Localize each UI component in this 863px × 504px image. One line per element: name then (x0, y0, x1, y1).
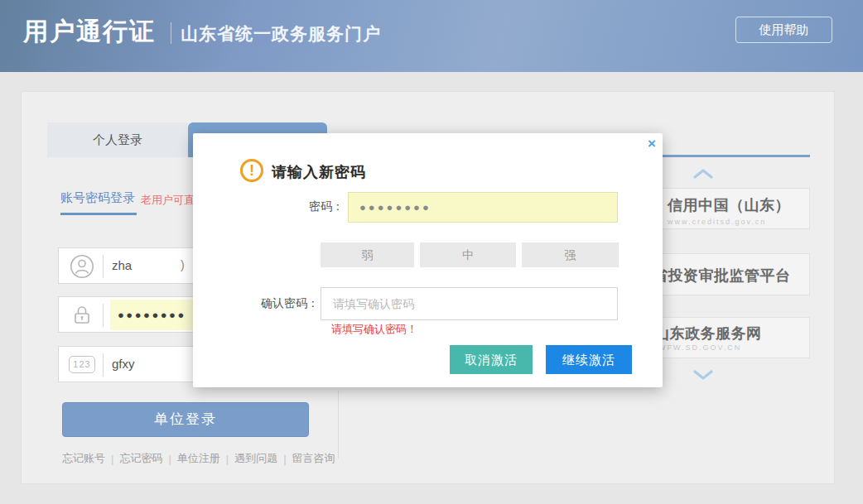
username-value: zha (112, 258, 132, 272)
warning-icon: ! (240, 159, 263, 182)
card-title: 省投资审批监管平台 (653, 266, 791, 286)
link-forgot-password[interactable]: 忘记密码 (119, 451, 162, 466)
lock-icon (70, 303, 94, 328)
close-icon[interactable]: × (648, 136, 656, 152)
user-icon (70, 254, 94, 279)
brand-title: 用户通行证 (23, 15, 156, 49)
login-method-tab[interactable]: 账号密码登录 (60, 190, 135, 206)
username-suffix: ) (181, 258, 185, 271)
confirm-password-label: 确认密码： (226, 296, 319, 311)
new-password-input[interactable] (348, 192, 618, 223)
captcha-value: gfxy (112, 357, 135, 371)
captcha-icon: 123 (69, 356, 95, 373)
card-url: www.creditsd.gov.cn (668, 218, 766, 226)
chevron-down-icon[interactable] (692, 369, 714, 381)
card-title: 山东政务服务网 (654, 324, 762, 343)
brand-divider (171, 22, 171, 44)
username-redaction (137, 256, 184, 276)
new-password-modal: × ! 请输入新密码 密码： 弱 中 强 确认密码： 请填写确认密码！ 取消激活… (193, 133, 663, 387)
link-separator: | (226, 453, 229, 465)
vertical-divider (338, 391, 339, 458)
link-unit-register[interactable]: 单位注册 (177, 451, 220, 466)
confirm-error-text: 请填写确认密码！ (331, 322, 417, 337)
link-problem[interactable]: 遇到问题 (234, 451, 277, 466)
field-divider (103, 255, 104, 278)
chevron-up-icon[interactable] (692, 168, 714, 180)
tab-personal-login[interactable]: 个人登录 (47, 122, 188, 157)
strength-weak: 弱 (321, 242, 414, 267)
link-separator: | (283, 453, 286, 465)
field-divider (103, 304, 104, 327)
link-message[interactable]: 留言咨询 (292, 451, 335, 466)
header: 用户通行证 山东省统一政务服务门户 使用帮助 (0, 0, 863, 72)
link-separator: | (111, 453, 113, 465)
link-separator: | (168, 453, 171, 465)
continue-activation-button[interactable]: 继续激活 (546, 345, 632, 374)
cancel-activation-button[interactable]: 取消激活 (450, 345, 533, 374)
portal-title: 山东省统一政务服务门户 (181, 22, 381, 46)
unit-login-button[interactable]: 单位登录 (62, 402, 309, 437)
strength-strong: 强 (522, 242, 619, 267)
modal-title: 请输入新密码 (272, 162, 366, 182)
footer-links: 忘记账号 | 忘记密码 | 单位注册 | 遇到问题 | 留言咨询 (62, 451, 335, 466)
help-button[interactable]: 使用帮助 (735, 17, 832, 43)
link-forgot-account[interactable]: 忘记账号 (62, 451, 105, 466)
login-method-underline (60, 213, 137, 215)
strength-medium: 中 (420, 242, 516, 267)
field-divider (103, 353, 104, 377)
card-title: 信用中国（山东） (668, 195, 790, 215)
confirm-password-input[interactable] (321, 287, 618, 320)
password-label: 密码： (259, 199, 344, 214)
